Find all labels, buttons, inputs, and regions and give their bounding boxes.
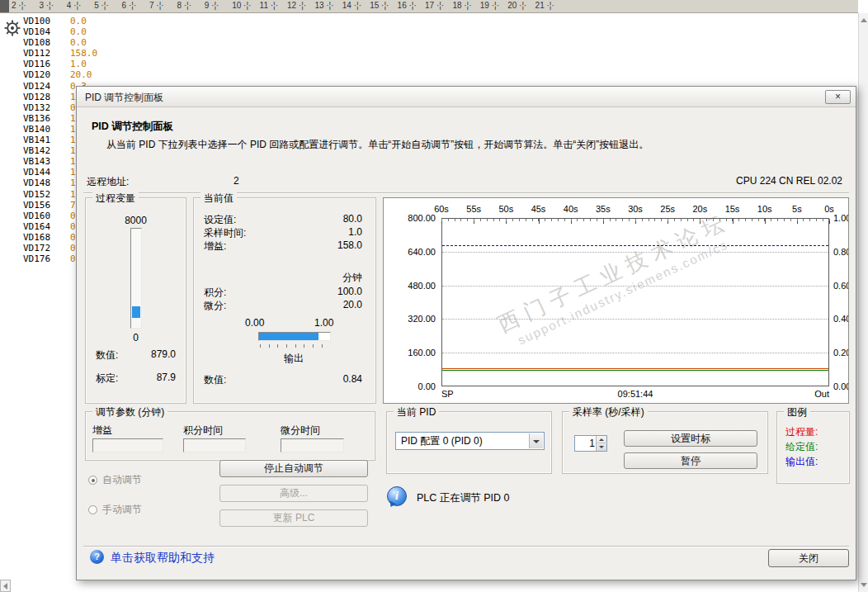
chart-bottom-time-label: 09:51:44 [618,389,653,399]
update-plc-button: 更新 PLC [219,509,368,527]
output-slider-fill [259,333,318,340]
watch-value: 0 [70,221,76,232]
process-variable-group: 过程变量 8000 0 数值: 879.0 标定: 87.9 [85,197,186,404]
x-axis-label: 35s [596,204,611,214]
legend-item: 过程量: [785,425,818,439]
pv-scale-min: 0 [86,332,186,343]
pv-gauge-track [130,228,142,329]
remote-address-value: 2 [234,175,239,187]
ruler-number: 12 ·¦· [287,1,306,10]
watch-row[interactable]: VD112158.0 [23,48,122,59]
status-text: PLC 正在调节 PID 0 [417,491,510,505]
ruler-number: 5 ·¦· [94,1,109,10]
watch-row[interactable]: VD1040.0 [23,26,122,37]
ruler-number: 19 ·¦· [480,1,499,10]
tune-derivative-field[interactable] [281,438,344,452]
ruler-number: 4 ·¦· [67,1,82,10]
tune-gain-field[interactable] [92,438,163,452]
integral-value: 100.0 [337,286,362,297]
watch-address: VD144 [23,167,70,178]
stop-autotune-button[interactable]: 停止自动调节 [219,460,368,477]
left-axis-label: 640.00 [390,247,436,257]
watch-value: 1 [70,92,76,102]
gear-icon [4,20,21,36]
ruler-number: 18 ·¦· [452,1,471,10]
ruler-number: 16 ·¦· [398,1,417,10]
tuning-params-group: 调节参数 (分钟) 增益 积分时间 微分时间 [85,411,375,461]
pid-selected-option: PID 配置 0 (PID 0) [401,435,483,447]
close-icon: × [835,91,841,102]
watch-address: VB142 [23,145,70,156]
watch-value: 7 [70,200,76,211]
chart-bottom-left-label: SP [441,389,454,399]
watch-address: VD108 [23,37,70,48]
chart-gridline [442,353,828,353]
right-axis-label: 1.00 [833,213,849,223]
watch-address: VD124 [23,81,70,92]
dialog-title: PID 调节控制面板 [85,91,163,105]
watch-value: 1 [70,178,76,188]
left-axis-label: 0.00 [390,381,436,391]
pid-select-dropdown[interactable]: PID 配置 0 (PID 0) [395,432,545,450]
close-button[interactable]: × [825,90,851,104]
watch-row[interactable]: VD1161.0 [23,59,122,69]
x-axis-label: 5s [792,204,802,214]
tune-gain-label: 增益 [92,424,112,438]
tune-derivative-label: 微分时间 [281,424,320,438]
watch-row[interactable]: VD12020.0 [23,69,122,80]
watch-value: 1 [70,135,76,145]
scroll-down-button[interactable] [859,580,868,590]
horizontal-scroll-stub[interactable] [0,580,11,592]
x-axis-label: 45s [531,204,546,214]
spinner-up-icon[interactable] [597,436,607,443]
pv-scale-max: 8000 [86,215,186,226]
ruler-number: 13 ·¦· [314,1,333,10]
current-values-group-label: 当前值 [200,192,237,206]
sample-time-value: 1.0 [348,226,362,238]
output-slider-ticks [260,344,331,348]
spinner-down-icon[interactable] [597,443,607,451]
right-axis-label: 0.00 [833,381,849,391]
pause-button[interactable]: 暂停 [624,452,757,469]
pv-scaled-label: 标定: [96,372,118,386]
output-min-label: 0.00 [245,317,264,329]
process-variable-group-label: 过程变量 [92,192,139,206]
watch-value: 1 [70,189,76,200]
remote-address-label: 远程地址: [87,175,129,189]
ruler-number: 9 ·¦· [205,1,219,10]
column-ruler: 2 ·¦·3 ·¦·4 ·¦·5 ·¦·6 ·¦·7 ·¦·8 ·¦·9 ·¦·… [0,0,858,13]
series-line-给定值 [442,370,828,371]
watch-row[interactable]: VD1080.0 [23,37,122,48]
scroll-up-button[interactable] [859,15,868,26]
x-axis-label: 15s [725,204,740,214]
chevron-down-icon[interactable] [529,433,543,448]
tuning-params-group-label: 调节参数 (分钟) [92,405,167,419]
left-axis-label: 160.00 [390,348,436,358]
right-axis-label: 0.60 [833,281,849,291]
help-icon[interactable]: ? [90,550,104,564]
ruler-number: 7 ·¦· [149,1,164,10]
right-axis-label: 0.40 [833,314,849,324]
advanced-button: 高级... [219,485,368,502]
help-link[interactable]: 单击获取帮助和支持 [111,551,215,566]
info-icon: i [387,486,407,506]
info-glyph: i [395,490,399,502]
vertical-scrollbar[interactable] [858,13,868,592]
gain-value: 158.0 [337,239,362,251]
header-description: 从当前 PID 下拉列表中选择一个 PID 回路或配置进行调节。单击“开始自动调… [106,138,649,152]
watch-row[interactable]: VD1000.0 [23,16,122,26]
sample-rate-spinner[interactable]: 1 [574,435,607,452]
set-timebase-button[interactable]: 设置时标 [624,430,757,447]
dialog-titlebar[interactable]: PID 调节控制面板 × [77,87,856,107]
ruler-number: 21 ·¦· [535,1,554,10]
dialog-close-button[interactable]: 关闭 [768,549,849,567]
left-axis-label: 800.00 [390,213,436,223]
legend-group-label: 图例 [784,405,810,419]
spinner-buttons[interactable] [596,436,606,451]
derivative-value: 20.0 [343,299,362,310]
watch-value: 20.0 [70,69,92,80]
tune-integral-field[interactable] [183,438,246,452]
output-value-label: 数值: [204,373,226,387]
auto-tune-radio: 自动调节 [88,475,142,485]
watch-address: VD152 [23,189,70,200]
